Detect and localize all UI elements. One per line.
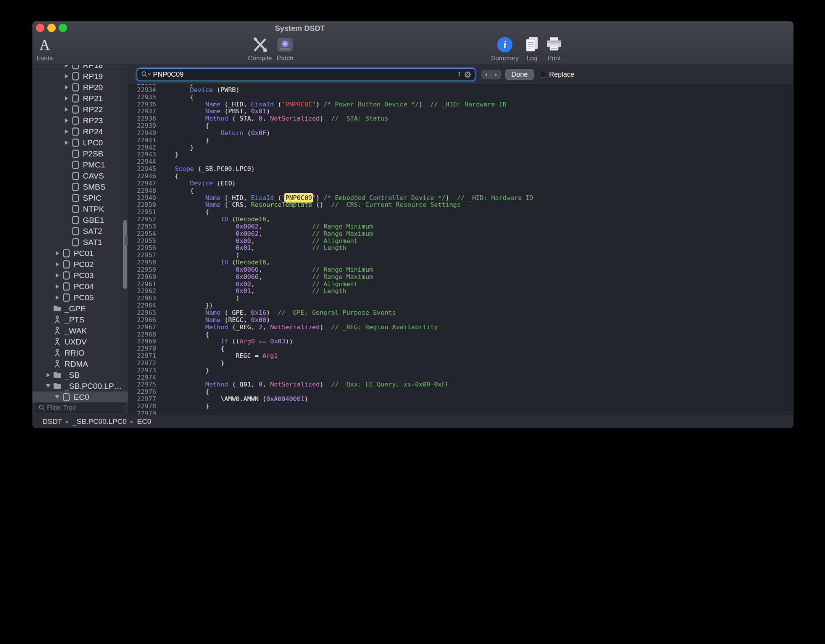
tree-item-label: EC0: [74, 393, 89, 402]
tree-item-UXDV[interactable]: UXDV: [32, 336, 128, 347]
disclosure-right-icon[interactable]: [62, 72, 71, 80]
breadcrumb-item[interactable]: _SB.PC00.LPC0: [73, 417, 127, 426]
tree-item-P2SB[interactable]: P2SB: [32, 148, 128, 159]
disclosure-right-icon[interactable]: [53, 249, 61, 258]
doc-icon: [71, 182, 81, 192]
tree-item-_PTS[interactable]: _PTS: [32, 314, 128, 325]
fonts-button[interactable]: AFonts: [32, 35, 57, 62]
find-bar: 1 ‹ › Done Replace: [128, 65, 793, 84]
minimize-button[interactable]: [47, 24, 56, 32]
disclosure-right-icon[interactable]: [62, 127, 71, 136]
tree-item-PMC1[interactable]: PMC1: [32, 159, 128, 170]
tree-item-PC01[interactable]: PC01: [32, 248, 128, 259]
code-text: }): [156, 302, 213, 309]
code-line: 22967 Method (_REG, 2, NotSerialized) //…: [128, 324, 793, 331]
tree-item-label: SAT2: [83, 227, 102, 236]
disclosure-right-icon[interactable]: [53, 293, 61, 302]
doc-icon: [71, 216, 81, 225]
tree-item-RP21[interactable]: RP21: [32, 93, 128, 104]
tree-item-EC0[interactable]: EC0: [32, 391, 128, 402]
tree-item-CAVS[interactable]: CAVS: [32, 170, 128, 181]
tree-item-label: PC02: [74, 260, 94, 269]
pane-splitter-handle[interactable]: [125, 235, 128, 246]
code-line: 22943}: [128, 151, 793, 158]
filter-tree-input[interactable]: [35, 402, 125, 413]
code-line: 22940 Return (0x0F): [128, 130, 793, 137]
summary-button[interactable]: iSummary: [493, 35, 517, 62]
code-text: 0x0066, // Range Maximum: [156, 274, 373, 281]
search-input[interactable]: [151, 71, 458, 79]
disclosure-right-icon[interactable]: [53, 282, 61, 291]
line-number: 22959: [128, 266, 156, 274]
code-editor[interactable]: 22933 }22934 Device (PWRB)22935 {22936 N…: [128, 84, 793, 415]
tree-item-SMBS[interactable]: SMBS: [32, 181, 128, 192]
tool-label: Log: [527, 55, 537, 62]
code-line: 22964 }): [128, 302, 793, 309]
find-nav-group: ‹ ›: [482, 70, 501, 79]
tree-item-LPC0[interactable]: LPC0: [32, 137, 128, 148]
find-previous-button[interactable]: ‹: [482, 70, 491, 79]
doc-icon: [71, 227, 81, 236]
sidebar: RP18 RP19 RP20 RP21 RP22 RP23 RP24 LPC0 …: [32, 65, 128, 415]
tree-item-SAT1[interactable]: SAT1: [32, 237, 128, 248]
code-line: 22976 {: [128, 388, 793, 396]
tree-item-RRIO[interactable]: RRIO: [32, 347, 128, 358]
tree-item-RP24[interactable]: RP24: [32, 126, 128, 137]
disclosure-right-icon[interactable]: [53, 260, 61, 269]
tree-item-RP20[interactable]: RP20: [32, 82, 128, 93]
disclosure-right-icon[interactable]: [62, 83, 71, 92]
clear-search-button[interactable]: [464, 71, 471, 78]
line-number: 22961: [128, 281, 156, 288]
tree-item-RDMA[interactable]: RDMA: [32, 358, 128, 369]
tree-item-SPIC[interactable]: SPIC: [32, 192, 128, 203]
disclosure-down-icon[interactable]: [44, 382, 52, 390]
tree-item-_WAK[interactable]: _WAK: [32, 325, 128, 336]
disclosure-right-icon[interactable]: [62, 65, 71, 69]
tree-item-GBE1[interactable]: GBE1: [32, 214, 128, 225]
breadcrumb-item[interactable]: DSDT: [42, 417, 62, 426]
tree-item-label: _PTS: [64, 315, 85, 324]
tree-item-_SB.PC00.LP…[interactable]: _SB.PC00.LP…: [32, 380, 128, 391]
patch-button[interactable]: Patch: [273, 35, 297, 62]
log-button[interactable]: Log: [520, 35, 544, 62]
disclosure-right-icon[interactable]: [62, 105, 71, 114]
tree-item-PC05[interactable]: PC05: [32, 292, 128, 303]
doc-icon: [71, 94, 81, 103]
done-button[interactable]: Done: [505, 69, 534, 80]
code-line: 22952 IO (Decode16,: [128, 216, 793, 223]
tree-item-PC02[interactable]: PC02: [32, 259, 128, 270]
tree-item-RP19[interactable]: RP19: [32, 71, 128, 82]
close-button[interactable]: [36, 24, 44, 32]
code-line: 22946{: [128, 173, 793, 180]
tree-item-_SB[interactable]: _SB: [32, 369, 128, 380]
zoom-button[interactable]: [59, 24, 67, 32]
disclosure-right-icon[interactable]: [62, 138, 71, 147]
tree-item-NTPK[interactable]: NTPK: [32, 203, 128, 214]
find-next-button[interactable]: ›: [491, 70, 501, 79]
tree-item-RP22[interactable]: RP22: [32, 104, 128, 115]
compile-button[interactable]: Compile: [248, 35, 272, 62]
app-window: System DSDT AFonts Compile Patch iSummar…: [32, 21, 794, 428]
tree-item-SAT2[interactable]: SAT2: [32, 225, 128, 237]
tool-label: Compile: [248, 55, 272, 62]
search-field[interactable]: 1: [137, 69, 475, 80]
disclosure-right-icon[interactable]: [62, 116, 71, 125]
print-button[interactable]: Print: [542, 35, 566, 62]
tree-item-PC04[interactable]: PC04: [32, 281, 128, 292]
window-title: System DSDT: [243, 21, 357, 35]
search-menu-icon[interactable]: [141, 71, 151, 78]
tree-item-RP23[interactable]: RP23: [32, 115, 128, 126]
tree-item-_GPE[interactable]: _GPE: [32, 303, 128, 314]
breadcrumb-item[interactable]: EC0: [137, 417, 151, 426]
tree-item-RP18[interactable]: RP18: [32, 65, 128, 71]
code-text: }: [156, 137, 209, 144]
tree-item-PC03[interactable]: PC03: [32, 270, 128, 281]
disclosure-right-icon[interactable]: [44, 371, 52, 379]
line-number: 22948: [128, 187, 156, 195]
code-text: Method (_Q01, 0, NotSerialized) // _Qxx:…: [156, 381, 449, 388]
disclosure-right-icon[interactable]: [53, 271, 61, 280]
sidebar-scrollbar[interactable]: [123, 220, 127, 289]
replace-checkbox[interactable]: [539, 71, 546, 78]
disclosure-down-icon[interactable]: [53, 393, 61, 401]
disclosure-right-icon[interactable]: [62, 94, 71, 103]
